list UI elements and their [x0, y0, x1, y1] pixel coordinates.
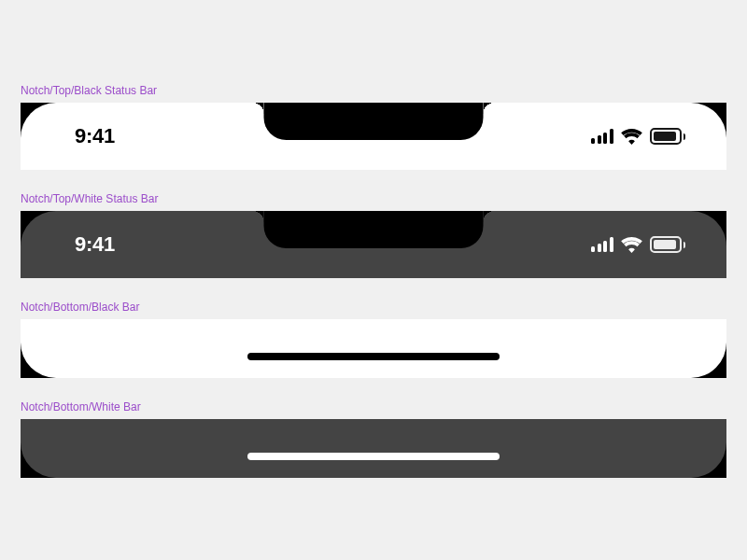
status-bar-surface: 9:41 [21, 103, 726, 170]
home-indicator[interactable] [247, 453, 500, 460]
battery-fill [654, 132, 677, 141]
cellular-signal-icon [591, 129, 613, 144]
variant-top-black: Notch/Top/Black Status Bar 9:41 [21, 84, 726, 170]
status-bar-surface: 9:41 [21, 211, 726, 278]
variant-bottom-black: Notch/Bottom/Black Bar [21, 301, 726, 378]
variant-top-white: Notch/Top/White Status Bar 9:41 [21, 192, 726, 278]
battery-icon [650, 236, 686, 253]
variant-bottom-white: Notch/Bottom/White Bar [21, 400, 726, 478]
status-indicators [591, 236, 685, 253]
home-bar-surface [21, 319, 726, 378]
device-frame-top: 9:41 [21, 211, 726, 278]
device-frame-bottom [21, 319, 726, 378]
home-indicator[interactable] [247, 353, 500, 360]
device-frame-bottom [21, 419, 726, 478]
home-bar-surface [21, 419, 726, 478]
battery-fill [654, 240, 677, 249]
cellular-signal-icon [591, 237, 613, 252]
wifi-icon [621, 129, 642, 145]
status-indicators [591, 128, 685, 145]
variant-label: Notch/Top/White Status Bar [21, 192, 726, 205]
status-bar-content: 9:41 [21, 211, 726, 278]
wifi-icon [621, 237, 642, 253]
status-time: 9:41 [75, 232, 115, 257]
device-frame-top: 9:41 [21, 103, 726, 170]
battery-icon [650, 128, 686, 145]
status-bar-content: 9:41 [21, 103, 726, 170]
variant-label: Notch/Top/Black Status Bar [21, 84, 726, 97]
variant-label: Notch/Bottom/Black Bar [21, 301, 726, 314]
status-time: 9:41 [75, 124, 115, 148]
variant-label: Notch/Bottom/White Bar [21, 400, 726, 413]
